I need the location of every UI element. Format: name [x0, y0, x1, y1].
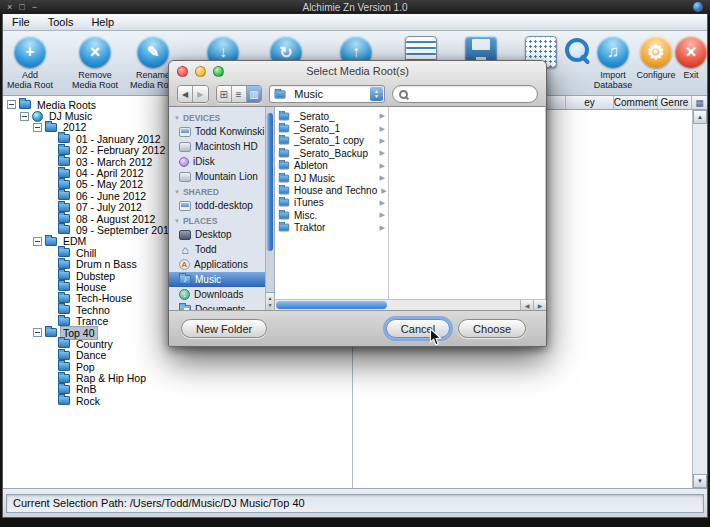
sidebar-item-label: todd-desktop	[195, 200, 253, 211]
folder-icon	[279, 174, 289, 182]
configure-gear-icon	[640, 36, 672, 68]
folder-icon	[58, 374, 70, 383]
scrollbar-thumb[interactable]	[267, 113, 273, 251]
folder-name: _Serato_Backup	[294, 148, 368, 159]
tree-item[interactable]: Rap & Hip Hop	[3, 372, 352, 383]
sidebar-scrollbar[interactable]: ▲▼	[265, 107, 274, 310]
folder-icon	[279, 112, 289, 120]
scroll-left-icon[interactable]: ◀	[520, 300, 533, 310]
sidebar-item-macintosh-hd[interactable]: Macintosh HD	[169, 139, 274, 154]
view-mode-buttons	[216, 85, 263, 103]
scroll-up-icon[interactable]: ▲	[693, 110, 707, 124]
table-scrollbar[interactable]: ▲ ▼	[692, 110, 707, 488]
sidebar-item-label: Todd	[195, 244, 217, 255]
folder-icon	[58, 157, 70, 166]
folder-row[interactable]: _Serato_1 copy	[275, 135, 388, 147]
tree-item-label: Rap & Hip Hop	[74, 372, 148, 384]
folder-name: _Serato_1 copy	[294, 135, 364, 146]
folder-icon	[275, 90, 286, 98]
new-folder-button[interactable]: New Folder	[181, 319, 267, 338]
search-field[interactable]	[392, 85, 538, 103]
search-input[interactable]	[412, 88, 537, 100]
folder-row[interactable]: Traktor	[275, 222, 388, 234]
tree-item-label: 08 - August 2012	[74, 213, 157, 225]
tree-item[interactable]: RnB	[3, 384, 352, 395]
folder-row[interactable]: _Serato_	[275, 110, 388, 122]
folder-row[interactable]: House and Techno	[275, 184, 388, 196]
folder-icon	[279, 187, 289, 195]
folder-row[interactable]: DJ Music	[275, 172, 388, 184]
sidebar-item-todd-desktop[interactable]: todd-desktop	[169, 198, 274, 213]
sidebar-section-shared[interactable]: SHARED	[169, 184, 274, 198]
sidebar-item-applications[interactable]: Applications	[169, 257, 274, 272]
menu-tools[interactable]: Tools	[39, 14, 83, 30]
add-media-root-button[interactable]: AddMedia Root	[3, 36, 57, 90]
dialog-minimize-icon[interactable]	[195, 66, 206, 77]
sidebar-item-documents[interactable]: Documents	[169, 302, 274, 310]
table-column-header-genre[interactable]: Genre	[658, 96, 692, 109]
exit-button[interactable]: Exit	[675, 36, 707, 80]
sidebar-item-downloads[interactable]: Downloads	[169, 287, 274, 302]
scroll-down-icon[interactable]: ▼	[693, 474, 707, 488]
current-selection-path: Current Selection Path: /Users/Todd/Musi…	[6, 494, 704, 513]
tree-item[interactable]: Dance	[3, 350, 352, 361]
folder-row[interactable]: _Serato_Backup	[275, 147, 388, 159]
folder-row[interactable]: Misc.	[275, 209, 388, 221]
folder-name: Misc.	[294, 210, 317, 221]
dropdown-stepper-icon[interactable]	[370, 87, 383, 101]
desktop-icon	[179, 230, 191, 240]
collapse-icon[interactable]	[33, 328, 42, 337]
table-column-header-comment[interactable]: Comment	[614, 96, 658, 109]
dialog-zoom-icon[interactable]	[213, 66, 224, 77]
tree-item[interactable]: Rock	[3, 395, 352, 406]
collapse-icon[interactable]	[33, 123, 42, 132]
chevron-right-icon	[380, 137, 385, 145]
folder-icon	[58, 180, 70, 189]
sidebar-item-mountain-lion[interactable]: Mountain Lion	[169, 169, 274, 184]
folder-icon	[45, 328, 57, 337]
sidebar-section-devices[interactable]: DEVICES	[169, 110, 274, 124]
sidebar-item-idisk[interactable]: iDisk	[169, 154, 274, 169]
folder-row[interactable]: iTunes	[275, 197, 388, 209]
sidebar-item-music-selected[interactable]: Music	[169, 272, 274, 287]
shared-computer-icon	[179, 201, 191, 211]
table-corner-button[interactable]	[692, 96, 707, 109]
dialog-close-icon[interactable]	[177, 66, 188, 77]
sidebar-section-places[interactable]: PLACES	[169, 213, 274, 227]
tree-item-label: Country	[74, 338, 115, 350]
folder-icon	[58, 214, 70, 223]
tree-item-label: 04 - April 2012	[74, 167, 146, 179]
sidebar-item-home[interactable]: Todd	[169, 242, 274, 257]
folder-row[interactable]: _Serato_1	[275, 122, 388, 134]
folder-row[interactable]: Ableton	[275, 160, 388, 172]
browser-horizontal-scrollbar[interactable]: ◀ ▶	[275, 299, 546, 310]
scrollbar-arrows-icon[interactable]: ▲▼	[266, 292, 274, 310]
column-view-icon[interactable]	[247, 86, 262, 102]
window-title: Alchimie Zn Version 1.0	[0, 2, 710, 13]
menu-help[interactable]: Help	[82, 14, 123, 30]
collapse-icon[interactable]	[20, 112, 29, 121]
browser-column-2[interactable]	[389, 107, 546, 310]
collapse-icon[interactable]	[33, 237, 42, 246]
folder-name: DJ Music	[294, 173, 335, 184]
computer-icon	[179, 127, 191, 137]
sidebar-item-desktop[interactable]: Desktop	[169, 227, 274, 242]
back-icon[interactable]	[178, 86, 193, 102]
collapse-icon[interactable]	[7, 100, 16, 109]
folder-icon	[58, 351, 70, 360]
scrollbar-thumb[interactable]	[276, 301, 387, 309]
cancel-button[interactable]: Cancel	[386, 319, 450, 338]
menu-file[interactable]: File	[3, 14, 39, 30]
remove-media-root-button[interactable]: RemoveMedia Root	[67, 36, 123, 90]
sidebar-item-computer[interactable]: Todd Konwinski...	[169, 124, 274, 139]
dialog-footer: New Folder Cancel Choose	[169, 311, 546, 346]
tree-item[interactable]: Pop	[3, 361, 352, 372]
forward-icon[interactable]	[193, 86, 208, 102]
list-view-icon[interactable]	[232, 86, 247, 102]
choose-button[interactable]: Choose	[458, 319, 526, 338]
icon-view-icon[interactable]	[217, 86, 232, 102]
location-dropdown[interactable]: Music	[269, 85, 385, 103]
table-column-header-key[interactable]: ey	[566, 96, 614, 109]
tree-item-label: Drum n Bass	[74, 258, 139, 270]
scroll-right-icon[interactable]: ▶	[533, 300, 546, 310]
